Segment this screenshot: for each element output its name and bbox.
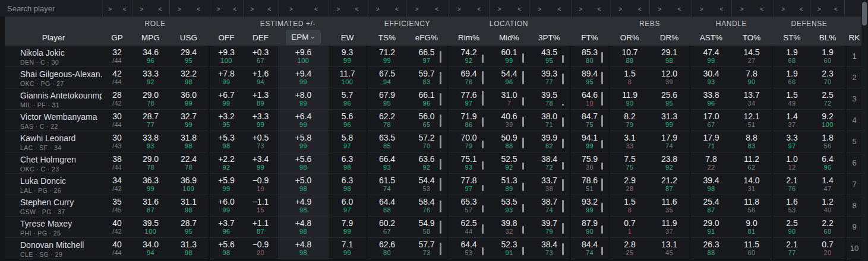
move-column-right-icon[interactable]: > (178, 5, 181, 12)
move-column-left-icon[interactable]: < (800, 5, 803, 12)
search-input[interactable] (7, 4, 96, 13)
stat-value: 23.8 (649, 154, 689, 164)
percentile-value: 99 (243, 164, 278, 171)
percentile-value: 98 (169, 142, 208, 150)
volume-bar (482, 71, 484, 84)
move-column-right-icon[interactable]: > (108, 5, 112, 12)
table-row[interactable]: Donovan MitchellCLE · SG · 2940/4434.094… (5, 238, 862, 259)
table-row[interactable]: Giannis AntetokounmpoMIL · PF · 3128/422… (5, 88, 862, 110)
col-header-or[interactable]: OR% (610, 33, 649, 42)
col-header-mid[interactable]: Mid% (489, 33, 529, 42)
stat-value: 1.5 (610, 197, 649, 206)
table-row[interactable]: Kawhi LeonardLAC · SF · 3430/4333.89331.… (5, 131, 862, 152)
cell-mid: 50.988 (489, 131, 529, 152)
move-column-left-icon[interactable]: < (159, 5, 162, 12)
move-column-right-icon[interactable]: > (289, 5, 293, 12)
col-header-ft[interactable]: FT% (571, 33, 608, 42)
cell-off: +3.295 (210, 110, 243, 131)
move-column-right-icon[interactable]: > (337, 5, 340, 12)
stat-value: 26.3 (691, 240, 731, 249)
move-column-left-icon[interactable]: < (123, 5, 127, 12)
move-column-right-icon[interactable]: > (457, 5, 461, 12)
cell-ft: 85.380 (571, 46, 608, 67)
col-header-st[interactable]: ST% (774, 33, 810, 42)
move-column-left-icon[interactable]: < (395, 5, 399, 12)
stat-value: 67.9 (368, 90, 406, 100)
column-arrow-pair-to: >< (731, 0, 772, 17)
move-column-left-icon[interactable]: < (233, 5, 236, 12)
col-header-off[interactable]: OFF (210, 33, 243, 42)
move-column-right-icon[interactable]: > (538, 5, 542, 12)
table-row[interactable]: Nikola JokicDEN · C · 3032/4434.69629.49… (5, 46, 862, 67)
table-row[interactable]: Tyrese MaxeyPHI · PG · 2540/4239.510028.… (5, 217, 862, 238)
percentile-value: 99 (278, 142, 329, 150)
col-header-dr[interactable]: DR% (649, 33, 689, 42)
move-column-left-icon[interactable]: < (314, 5, 318, 12)
move-column-right-icon[interactable]: > (818, 5, 821, 12)
stat-value: +8.0 (278, 90, 329, 100)
cell-p3: 39.779 (529, 217, 569, 238)
col-header-ts[interactable]: TS% (368, 33, 406, 42)
col-header-epm[interactable]: EPM⌄ (278, 30, 329, 45)
scrollbar-thumb[interactable] (862, 2, 867, 26)
col-header-to[interactable]: TO% (731, 33, 772, 42)
cell-rk: 6 (847, 152, 862, 174)
move-column-right-icon[interactable]: > (618, 5, 622, 12)
cell-mpg: 39.5100 (132, 217, 169, 238)
stat-value: −0.9 (243, 176, 278, 185)
table-row[interactable]: Shai Gilgeous-Alexan...OKC · PG · 2742/4… (5, 67, 862, 88)
col-header-gp[interactable]: GP (102, 33, 132, 42)
move-column-left-icon[interactable]: < (760, 5, 763, 12)
col-header-ast[interactable]: AST% (691, 33, 731, 42)
table-row[interactable]: Chet HolmgrenOKC · C · 2338/4429.07822.4… (5, 152, 862, 174)
col-header-rim[interactable]: Rim% (449, 33, 489, 42)
col-header-def[interactable]: DEF (243, 33, 278, 42)
col-header-p3[interactable]: 3PT% (529, 33, 569, 42)
table-row[interactable]: Victor WembanyamaSAS · C · 2230/4428.777… (5, 110, 862, 131)
move-column-right-icon[interactable]: > (217, 5, 220, 12)
rank-value: 8 (847, 201, 862, 210)
col-header-mpg[interactable]: MPG (132, 33, 169, 42)
move-column-left-icon[interactable]: < (477, 5, 481, 12)
move-column-left-icon[interactable]: < (598, 5, 601, 12)
move-column-left-icon[interactable]: < (834, 5, 838, 12)
col-header-usg[interactable]: USG (169, 33, 208, 42)
move-column-right-icon[interactable]: > (498, 5, 501, 12)
volume-bar (440, 135, 441, 148)
move-column-right-icon[interactable]: > (700, 5, 703, 12)
move-column-left-icon[interactable]: < (355, 5, 359, 12)
move-column-right-icon[interactable]: > (251, 5, 254, 12)
move-column-right-icon[interactable]: > (781, 5, 785, 12)
move-column-left-icon[interactable]: < (638, 5, 642, 12)
col-header-ew[interactable]: EW (329, 33, 366, 42)
table-row[interactable]: Stephen CurryGSW · PG · 3735/4531.68731.… (5, 195, 862, 217)
table-row[interactable]: Luka DoncicLAL · PG · 2634/4236.39936.91… (5, 174, 862, 195)
col-header-bl[interactable]: BL% (810, 33, 845, 42)
move-column-right-icon[interactable]: > (140, 5, 144, 12)
col-header-rk[interactable]: RK (847, 33, 862, 42)
move-column-left-icon[interactable]: < (197, 5, 200, 12)
move-column-left-icon[interactable]: < (719, 5, 723, 12)
percentile-value: 88 (368, 206, 406, 214)
vertical-scrollbar[interactable] (861, 0, 867, 261)
stat-value: 12.0 (649, 69, 689, 78)
move-column-left-icon[interactable]: < (435, 5, 438, 12)
volume-bar (440, 72, 441, 84)
move-column-left-icon[interactable]: < (517, 5, 521, 12)
move-column-right-icon[interactable]: > (415, 5, 419, 12)
move-column-right-icon[interactable]: > (376, 5, 380, 12)
stat-value: 71.2 (368, 47, 406, 57)
percentile-value: 99 (329, 249, 366, 257)
percentile-value: 49 (774, 100, 810, 107)
percentile-value: 39 (649, 78, 689, 86)
move-column-right-icon[interactable]: > (658, 5, 662, 12)
move-column-right-icon[interactable]: > (579, 5, 583, 12)
col-header-efg[interactable]: eFG% (406, 33, 447, 42)
percentile-value: 99 (169, 121, 208, 129)
move-column-left-icon[interactable]: < (678, 5, 681, 12)
move-column-left-icon[interactable]: < (268, 5, 272, 12)
percentile-value: 45 (649, 249, 689, 257)
move-column-left-icon[interactable]: < (558, 5, 561, 12)
col-header-player[interactable]: Player (5, 33, 102, 42)
move-column-right-icon[interactable]: > (740, 5, 744, 12)
